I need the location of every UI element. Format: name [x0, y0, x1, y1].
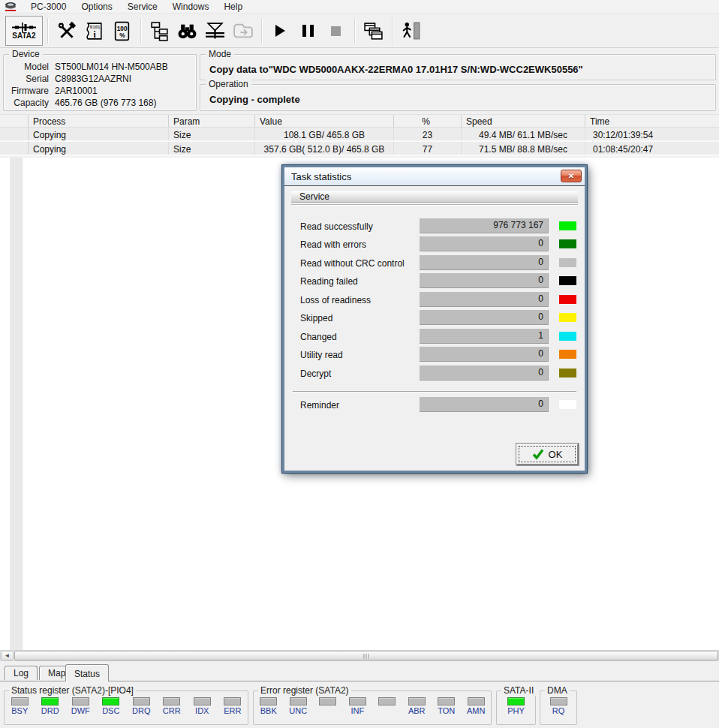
play-icon [275, 25, 285, 37]
stat-value-bar: 0 [420, 255, 549, 270]
stop-button [322, 17, 350, 45]
stat-color-swatch [559, 350, 576, 359]
cell-param: Size [169, 142, 255, 155]
pause-button[interactable] [294, 17, 322, 45]
task-tree-button[interactable] [146, 17, 173, 45]
stat-value-bar: 0 [420, 397, 549, 412]
dialog-title: Task statistics [291, 171, 351, 182]
process-table: Process Param Value % Speed Time Copying… [0, 114, 719, 156]
led-drd: DRD [36, 697, 65, 715]
stat-color-swatch [559, 258, 576, 267]
menu-service[interactable]: Service [120, 1, 165, 13]
stat-color-swatch [559, 400, 576, 409]
led-indicator [41, 697, 59, 705]
ok-button[interactable]: OK [516, 443, 579, 465]
toolbar-separator [140, 18, 141, 44]
dialog-titlebar[interactable]: Task statistics ✕ [284, 167, 585, 186]
led-idx: IDX [188, 697, 216, 715]
header-value[interactable]: Value [255, 115, 394, 127]
stat-row-skipped: Skipped 0 [284, 310, 585, 326]
toolbar-separator [354, 18, 355, 44]
device-firmware-row: Firmware 2AR10001 [8, 85, 193, 97]
led-indicator [163, 697, 180, 705]
table-row[interactable]: Copying Size 108.1 GB/ 465.8 GB 23 49.4 … [0, 128, 719, 142]
exit-door-icon [401, 21, 421, 41]
led-ton: TON [432, 697, 461, 715]
cell-value: 108.1 GB/ 465.8 GB [255, 128, 394, 140]
led-indicator [468, 697, 485, 705]
drive-information-button[interactable]: 0101 i [80, 17, 108, 45]
svg-text:%: % [119, 31, 125, 38]
led-indicator [319, 697, 336, 705]
led-phy: PHY [502, 697, 531, 715]
stat-color-swatch [559, 313, 576, 322]
device-legend: Device [9, 49, 43, 59]
close-button[interactable]: ✕ [561, 170, 582, 182]
sata-connector-icon [11, 23, 37, 32]
stat-value-bar: 0 [420, 236, 549, 251]
search-button[interactable] [173, 17, 201, 45]
menu-windows[interactable]: Windows [165, 1, 217, 13]
menu-options[interactable]: Options [74, 1, 119, 13]
tree-structure-icon [150, 21, 169, 41]
utility-settings-button[interactable] [53, 17, 80, 45]
operation-text: Copying - complete [209, 94, 300, 105]
stat-row-read-without-crc: Read without CRC control 0 [284, 255, 585, 271]
cell-time: 30:12/01:39:54 [585, 128, 719, 140]
led-bsy: BSY [5, 697, 34, 715]
device-model-value: ST500LM014 HN-M500ABB [55, 62, 168, 72]
toolbar: SATA2 0101 i 100 % [0, 14, 719, 48]
test-100-percent-icon: 100 % [113, 21, 131, 41]
surface-test-button[interactable]: 100 % [108, 17, 136, 45]
stat-row-loss-of-readiness: Loss of readiness 0 [284, 292, 585, 308]
svg-text:0101: 0101 [90, 25, 101, 29]
menu-pc-3000[interactable]: PC-3000 [23, 1, 74, 13]
header-percent[interactable]: % [394, 115, 462, 127]
led-indicator [72, 697, 89, 705]
mode-groupbox: Mode Copy data to"WDC WD5000AAKX-22ERMA0… [200, 54, 716, 80]
stat-color-swatch [559, 295, 576, 304]
stat-row-read-successfully: Read successfully 976 773 167 [284, 218, 585, 234]
stat-row-read-with-errors: Read with errors 0 [284, 236, 585, 252]
export-folder-icon-disabled [232, 23, 254, 39]
header-time[interactable]: Time [585, 115, 719, 127]
svg-text:i: i [93, 29, 95, 38]
table-row[interactable]: Copying Size 357.6 GB( 512.0 B)/ 465.8 G… [0, 142, 719, 156]
sata2-port-button[interactable]: SATA2 [5, 16, 43, 46]
start-button[interactable] [266, 17, 294, 45]
led-dsc: DSC [97, 697, 125, 715]
led-err: ERR [218, 697, 247, 715]
header-speed[interactable]: Speed [462, 115, 585, 127]
close-icon: ✕ [568, 173, 574, 180]
header-param[interactable]: Param [169, 115, 255, 127]
cell-process: Copying [29, 142, 169, 155]
tab-log[interactable]: Log [5, 666, 38, 680]
operation-groupbox: Operation Copying - complete [200, 84, 716, 111]
scroll-left-arrow[interactable]: ◄ [1, 651, 14, 660]
horizontal-scrollbar[interactable]: ◄ [0, 650, 719, 661]
windows-cascade-button[interactable] [360, 17, 387, 45]
led-unlabeled [314, 697, 342, 715]
scrollbar-thumb[interactable] [14, 651, 718, 660]
exit-button[interactable] [397, 17, 425, 45]
menu-help[interactable]: Help [216, 1, 250, 13]
toolbar-separator [47, 18, 48, 44]
cell-value: 357.6 GB( 512.0 B)/ 465.8 GB [255, 142, 394, 155]
header-process[interactable]: Process [29, 115, 169, 127]
status-panel: Status register (SATA2)-[PIO4] BSY DRD D… [0, 681, 719, 728]
filter-funnel-icon [204, 22, 226, 40]
mode-legend: Mode [206, 49, 234, 59]
stat-color-swatch [559, 239, 576, 248]
stat-value-bar: 0 [420, 366, 549, 381]
dma-groupbox: DMA RQ [540, 690, 577, 725]
section-divider [291, 204, 578, 206]
menu-bar: PC-3000 Options Service Windows Help [0, 0, 719, 14]
device-model-row: Model ST500LM014 HN-M500ABB [8, 61, 193, 73]
cell-speed: 71.5 MB/ 88.8 MB/sec [462, 142, 585, 155]
led-crr: CRR [158, 697, 186, 715]
tab-status[interactable]: Status [65, 664, 109, 681]
reminder-divider [293, 391, 576, 393]
led-bbk: BBK [254, 697, 283, 715]
stat-value-bar: 0 [420, 310, 549, 325]
data-extractor-button[interactable] [201, 17, 229, 45]
